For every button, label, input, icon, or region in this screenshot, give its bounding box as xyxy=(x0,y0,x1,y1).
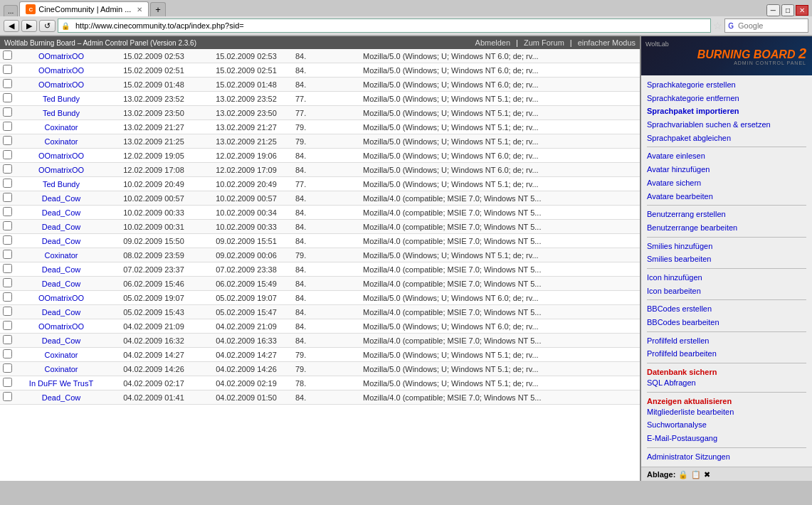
back-button[interactable]: ◀ xyxy=(4,20,19,32)
row-checkbox[interactable] xyxy=(3,150,12,159)
username-link[interactable]: Dead_Cow xyxy=(42,280,80,288)
username-link[interactable]: OOmatrixOO xyxy=(38,66,84,75)
table-row: In DuFF We TrusT 04.02.2009 02:17 04.02.… xyxy=(0,376,640,390)
row-checkbox[interactable] xyxy=(3,292,12,302)
sidebar-link[interactable]: Avatare sichern xyxy=(647,176,806,190)
sidebar-link[interactable]: Avatare einlesen xyxy=(647,149,806,163)
row-checkbox[interactable] xyxy=(3,207,12,216)
sidebar-link[interactable]: Icon bearbeiten xyxy=(647,285,806,298)
window-restore-button[interactable]: □ xyxy=(781,4,794,16)
sidebar-link[interactable]: BBCodes erstellen xyxy=(647,302,806,316)
sidebar-link[interactable]: Profilfeld bearbeiten xyxy=(647,347,806,361)
sidebar-link[interactable]: SQL Abfragen xyxy=(647,376,806,390)
row-checkbox[interactable] xyxy=(3,107,12,117)
sidebar-link[interactable]: Profilfeld erstellen xyxy=(647,334,806,348)
row-num-cell: 84. xyxy=(292,262,325,277)
window-close-button[interactable]: ✕ xyxy=(796,5,808,16)
username-link[interactable]: Coxinator xyxy=(44,365,78,373)
tab-close-button[interactable]: ✕ xyxy=(137,6,142,14)
row-checkbox[interactable] xyxy=(3,164,12,174)
window-minimize-button[interactable]: ─ xyxy=(766,4,780,16)
sidebar-link[interactable]: Avatare bearbeiten xyxy=(647,190,806,203)
row-checkbox[interactable] xyxy=(3,378,12,387)
row-checkbox[interactable] xyxy=(3,122,12,131)
sidebar-link[interactable]: Sprachpaket importieren xyxy=(647,105,806,118)
username-link[interactable]: Coxinator xyxy=(44,251,78,260)
row-checkbox[interactable] xyxy=(3,79,12,88)
username-link[interactable]: Coxinator xyxy=(44,123,78,132)
username-link[interactable]: Dead_Cow xyxy=(42,336,80,345)
tab-other[interactable]: ... xyxy=(4,5,18,16)
row-checkbox-cell xyxy=(0,149,15,163)
row-checkbox[interactable] xyxy=(3,136,12,145)
sidebar-link[interactable]: Smilies hinzufügen xyxy=(647,240,806,253)
reload-button[interactable]: ↺ xyxy=(39,20,56,32)
row-checkbox[interactable] xyxy=(3,278,12,287)
sidebar-link[interactable]: Administrator Sitzungen xyxy=(647,450,806,464)
row-checkbox[interactable] xyxy=(3,264,12,273)
sidebar-link[interactable]: Benutzerrange bearbeiten xyxy=(647,221,806,235)
row-num-cell: 79. xyxy=(292,362,325,376)
row-checkbox[interactable] xyxy=(3,307,12,316)
row-date1-cell: 10.02.2009 00:57 xyxy=(107,191,200,206)
url-input[interactable] xyxy=(71,20,707,31)
username-link[interactable]: In DuFF We TrusT xyxy=(29,379,93,388)
row-checkbox[interactable] xyxy=(3,235,12,245)
sidebar-link[interactable]: Avatar hinzufügen xyxy=(647,163,806,176)
username-link[interactable]: OOmatrixOO xyxy=(38,80,84,89)
username-link[interactable]: Dead_Cow xyxy=(42,223,80,231)
row-checkbox[interactable] xyxy=(3,363,12,373)
username-link[interactable]: Ted Bundy xyxy=(43,109,80,117)
row-date2-cell: 10.02.2009 00:34 xyxy=(200,206,292,220)
row-username-cell: OOmatrixOO xyxy=(15,319,107,334)
username-link[interactable]: OOmatrixOO xyxy=(38,52,84,60)
row-checkbox[interactable] xyxy=(3,221,12,230)
forward-button[interactable]: ▶ xyxy=(21,20,37,32)
username-link[interactable]: Dead_Cow xyxy=(42,393,80,402)
zum-forum-link[interactable]: Zum Forum xyxy=(524,38,564,47)
sidebar-link[interactable]: Sprachkategorie entfernen xyxy=(647,92,806,105)
username-link[interactable]: Dead_Cow xyxy=(42,208,80,217)
username-link[interactable]: Coxinator xyxy=(44,351,78,359)
username-link[interactable]: Dead_Cow xyxy=(42,265,80,274)
abmelden-link[interactable]: Abmelden xyxy=(475,38,511,47)
table-row: Ted Bundy 10.02.2009 20:49 10.02.2009 20… xyxy=(0,177,640,191)
username-link[interactable]: OOmatrixOO xyxy=(38,166,84,174)
username-link[interactable]: Dead_Cow xyxy=(42,237,80,245)
username-link[interactable]: Ted Bundy xyxy=(43,180,80,188)
einfacher-modus-link[interactable]: einfacher Modus xyxy=(578,38,636,47)
row-num-cell: 84. xyxy=(292,319,325,334)
bookmark-star-icon[interactable]: ☆ xyxy=(713,20,722,31)
row-checkbox[interactable] xyxy=(3,93,12,102)
tab-new[interactable]: + xyxy=(150,2,166,16)
row-checkbox[interactable] xyxy=(3,193,12,202)
row-checkbox[interactable] xyxy=(3,179,12,188)
sidebar-link[interactable]: E-Mail-Postausgang xyxy=(647,432,806,445)
row-checkbox[interactable] xyxy=(3,335,12,344)
row-checkbox[interactable] xyxy=(3,51,12,60)
sidebar-link[interactable]: BBCodes bearbeiten xyxy=(647,316,806,329)
sidebar-link[interactable]: Icon hinzufügen xyxy=(647,271,806,285)
username-link[interactable]: Dead_Cow xyxy=(42,194,80,203)
username-link[interactable]: OOmatrixOO xyxy=(38,152,84,160)
sidebar-link[interactable]: Benutzerrang erstellen xyxy=(647,208,806,221)
sidebar-link[interactable]: Sprachkategorie erstellen xyxy=(647,78,806,92)
username-link[interactable]: Dead_Cow xyxy=(42,308,80,317)
row-checkbox[interactable] xyxy=(3,392,12,401)
row-checkbox[interactable] xyxy=(3,349,12,358)
sidebar-link[interactable]: Sprachpaket abgleichen xyxy=(647,132,806,145)
username-link[interactable]: Coxinator xyxy=(44,137,78,146)
sidebar-link[interactable]: Suchwortanalyse xyxy=(647,418,806,432)
sidebar-link[interactable]: Sprachvariablen suchen & ersetzen xyxy=(647,118,806,132)
tab-active[interactable]: C CineCommunity | Admin ... ✕ xyxy=(19,1,149,16)
username-link[interactable]: Ted Bundy xyxy=(43,95,80,103)
username-link[interactable]: OOmatrixOO xyxy=(38,294,84,302)
row-checkbox[interactable] xyxy=(3,65,12,74)
row-checkbox[interactable] xyxy=(3,321,12,330)
sidebar-link[interactable]: Mitgliederliste bearbeiten xyxy=(647,405,806,419)
username-link[interactable]: OOmatrixOO xyxy=(38,322,84,331)
main-area: Woltlab Burning Board – Admin Control Pa… xyxy=(0,36,812,481)
row-checkbox[interactable] xyxy=(3,250,12,259)
sidebar-link[interactable]: Smilies bearbeiten xyxy=(647,253,806,266)
search-input[interactable] xyxy=(734,20,805,31)
